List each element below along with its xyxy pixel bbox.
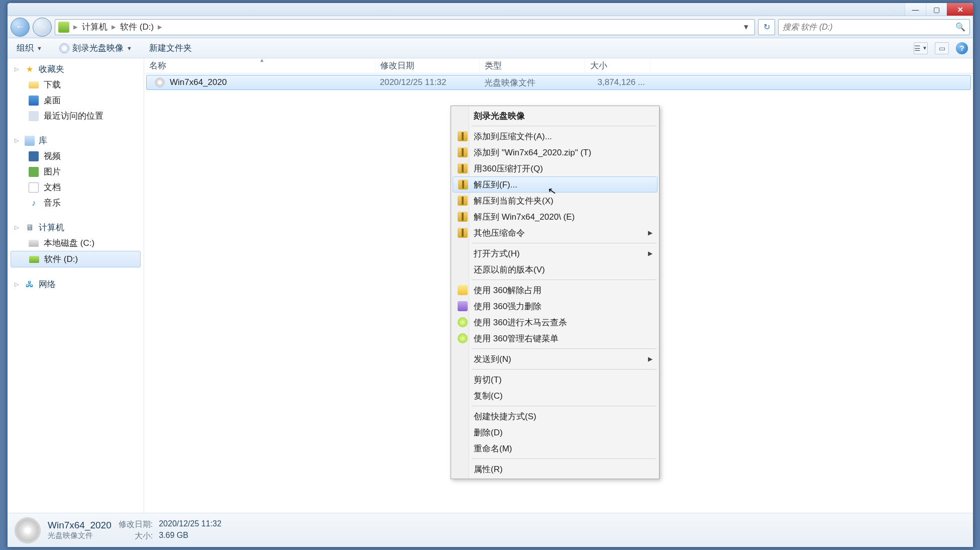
sidebar-item-music[interactable]: ♪音乐 [8, 195, 144, 211]
search-box[interactable]: 🔍 [778, 19, 970, 35]
document-icon [29, 182, 39, 193]
menu-label: 删除(D) [474, 427, 503, 438]
minimize-button[interactable]: — [905, 3, 926, 16]
refresh-button[interactable]: ↻ [758, 19, 775, 35]
menu-extract-named[interactable]: 解压到 Win7x64_2020\ (E) [453, 209, 658, 225]
sidebar-computer-header[interactable]: ▷🖥计算机 [8, 220, 144, 235]
view-mode-button[interactable]: ☰ ▼ [914, 42, 928, 54]
network-icon: 🖧 [25, 280, 35, 290]
archive-icon [458, 179, 468, 190]
burn-image-button[interactable]: 刻录光盘映像 ▼ [55, 40, 136, 56]
menu-360-scan-trojan[interactable]: 使用 360进行木马云查杀 [453, 314, 658, 330]
file-name: Win7x64_2020 [170, 77, 227, 87]
video-icon [29, 151, 39, 161]
sidebar-head-label: 计算机 [39, 222, 64, 233]
library-icon [25, 136, 35, 146]
sidebar-item-pictures[interactable]: 图片 [8, 164, 144, 179]
sidebar-item-label: 音乐 [44, 197, 61, 209]
menu-send-to[interactable]: 发送到(N)▶ [453, 351, 658, 367]
sidebar-item-label: 图片 [44, 166, 61, 177]
address-bar[interactable]: ▸ 计算机 ▸ 软件 (D:) ▸ ▾ [55, 19, 755, 35]
sidebar-item-videos[interactable]: 视频 [8, 148, 144, 164]
new-folder-button[interactable]: 新建文件夹 [145, 40, 196, 56]
status-file-type: 光盘映像文件 [48, 531, 112, 540]
menu-extract-here[interactable]: 解压到当前文件夹(X) [453, 193, 658, 209]
sidebar-item-recent[interactable]: 最近访问的位置 [8, 108, 144, 124]
menu-rename[interactable]: 重命名(M) [453, 440, 658, 456]
menu-restore-previous[interactable]: 还原以前的版本(V) [453, 261, 658, 278]
menu-label: 复制(C) [474, 390, 503, 402]
back-button[interactable]: ← [11, 18, 30, 37]
archive-icon [458, 147, 468, 157]
chevron-down-icon: ▼ [127, 45, 132, 51]
star-icon: ★ [25, 64, 35, 74]
organize-button[interactable]: 组织 ▼ [13, 40, 46, 56]
column-name[interactable]: 名称▲ [144, 58, 375, 73]
menu-delete[interactable]: 删除(D) [453, 424, 658, 440]
menu-360-manage-context[interactable]: 使用 360管理右键菜单 [453, 330, 658, 346]
sidebar-item-drive-c[interactable]: 本地磁盘 (C:) [8, 235, 144, 251]
column-headers: 名称▲ 修改日期 类型 大小 [144, 58, 973, 73]
sidebar-network-header[interactable]: ▷🖧网络 [8, 277, 144, 292]
menu-separator [472, 243, 657, 243]
sidebar-item-drive-d[interactable]: 软件 (D:) [11, 251, 141, 267]
status-file-name: Win7x64_2020 [48, 520, 112, 531]
sidebar-item-desktop[interactable]: 桌面 [8, 93, 144, 108]
help-button[interactable]: ? [956, 42, 968, 54]
menu-properties[interactable]: 属性(R) [453, 461, 658, 477]
sidebar-libraries-header[interactable]: ▷库 [8, 133, 144, 148]
toolbar: 组织 ▼ 刻录光盘映像 ▼ 新建文件夹 ☰ ▼ ▭ ? [8, 38, 973, 58]
menu-open-with[interactable]: 打开方式(H)▶ [453, 245, 658, 261]
address-dropdown[interactable]: ▾ [741, 22, 751, 32]
status-date-value: 2020/12/25 11:32 [159, 519, 222, 530]
sort-asc-icon: ▲ [260, 58, 265, 63]
submenu-arrow-icon: ▶ [648, 355, 652, 362]
menu-extract-to[interactable]: 解压到(F)... [453, 176, 658, 193]
menu-separator [472, 406, 657, 406]
menu-separator [472, 369, 657, 370]
menu-separator [472, 348, 657, 349]
desktop-icon [29, 96, 39, 106]
file-list[interactable]: Win7x64_2020 2020/12/25 11:32 光盘映像文件 3,8… [144, 73, 973, 513]
organize-label: 组织 [17, 42, 34, 54]
iso-file-icon [15, 517, 41, 543]
menu-360-unlock[interactable]: 使用 360解除占用 [453, 282, 658, 298]
menu-add-to-zip[interactable]: 添加到 "Win7x64_2020.zip" (T) [453, 144, 658, 160]
menu-360-force-delete[interactable]: 使用 360强力删除 [453, 298, 658, 314]
sidebar-item-documents[interactable]: 文档 [8, 179, 144, 195]
disc-icon [59, 43, 69, 53]
menu-add-to-archive[interactable]: 添加到压缩文件(A)... [453, 128, 658, 144]
navbar: ← → ▸ 计算机 ▸ 软件 (D:) ▸ ▾ ↻ 🔍 [8, 16, 973, 38]
column-type[interactable]: 类型 [480, 58, 585, 73]
file-row[interactable]: Win7x64_2020 2020/12/25 11:32 光盘映像文件 3,8… [146, 75, 971, 90]
menu-create-shortcut[interactable]: 创建快捷方式(S) [453, 408, 658, 424]
menu-label: 用360压缩打开(Q) [474, 163, 543, 174]
menu-burn-image[interactable]: 刻录光盘映像 [453, 108, 658, 124]
context-menu: 刻录光盘映像 添加到压缩文件(A)... 添加到 "Win7x64_2020.z… [451, 106, 660, 479]
sidebar-item-label: 最近访问的位置 [44, 110, 103, 122]
menu-label: 剪切(T) [474, 374, 502, 386]
menu-copy[interactable]: 复制(C) [453, 388, 658, 404]
360-icon [458, 285, 468, 295]
sidebar-favorites-header[interactable]: ▷★收藏夹 [8, 61, 144, 77]
menu-open-with-360zip[interactable]: 用360压缩打开(Q) [453, 160, 658, 176]
menu-cut[interactable]: 剪切(T) [453, 372, 658, 388]
360-icon [458, 333, 468, 343]
sidebar-item-downloads[interactable]: 下载 [8, 77, 144, 93]
search-input[interactable] [783, 23, 955, 32]
menu-other-zip-commands[interactable]: 其他压缩命令▶ [453, 225, 658, 241]
forward-button[interactable]: → [33, 18, 52, 37]
content-area: ▷★收藏夹 下载 桌面 最近访问的位置 ▷库 视频 图片 文档 ♪音乐 ▷🖥计算… [8, 58, 973, 513]
explorer-window: — ▢ ✕ ← → ▸ 计算机 ▸ 软件 (D:) ▸ ▾ ↻ 🔍 组织 ▼ 刻… [7, 3, 973, 547]
crumb-root[interactable]: 计算机 [82, 21, 107, 33]
column-date[interactable]: 修改日期 [375, 58, 480, 73]
close-button[interactable]: ✕ [947, 3, 973, 16]
crumb-current[interactable]: 软件 (D:) [120, 21, 154, 33]
file-date: 2020/12/25 11:32 [375, 77, 479, 87]
menu-separator [472, 126, 657, 126]
titlebar: — ▢ ✕ [8, 3, 973, 16]
column-size[interactable]: 大小 [585, 58, 650, 73]
preview-pane-button[interactable]: ▭ [935, 42, 949, 54]
music-icon: ♪ [29, 198, 39, 208]
maximize-button[interactable]: ▢ [926, 3, 947, 16]
